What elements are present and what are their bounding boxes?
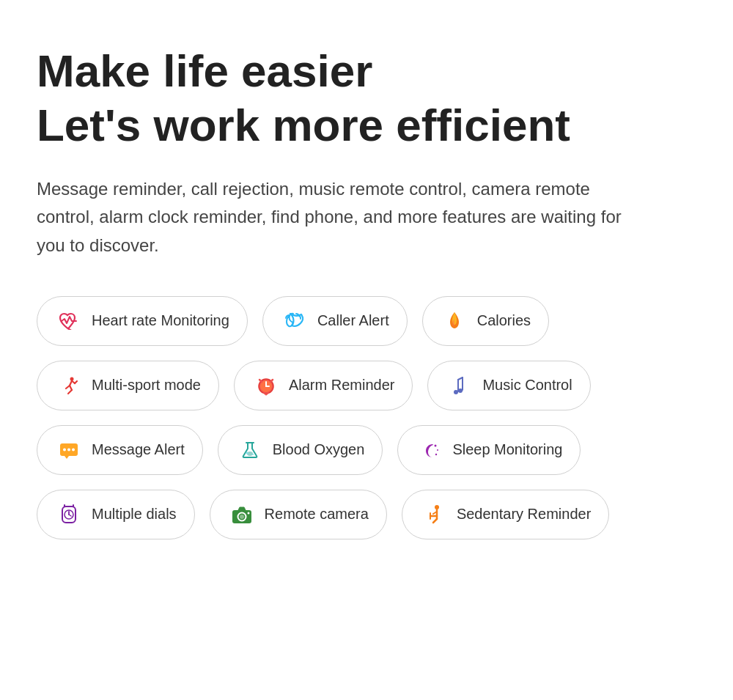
multi-sport-label: Multi-sport mode (92, 377, 201, 394)
sport-icon (55, 372, 83, 399)
feature-multiple-dials: Multiple dials (37, 490, 195, 539)
title-line1: Make life easier (37, 45, 372, 96)
sedentary-icon (420, 501, 448, 528)
blood-oxygen-label: Blood Oxygen (273, 441, 365, 458)
svg-line-26 (69, 515, 71, 516)
title-line2: Let's work more efficient (37, 100, 570, 150)
svg-point-21 (437, 449, 438, 451)
feature-sleep-monitoring: Sleep Monitoring (397, 425, 581, 475)
page-subtitle: Message reminder, call rejection, music … (37, 175, 638, 259)
sleep-icon (416, 436, 443, 464)
features-row-1: Heart rate Monitoring Caller Alert (37, 296, 696, 346)
feature-blood-oxygen: Blood Oxygen (218, 425, 383, 475)
heart-rate-icon (55, 307, 83, 335)
features-row-2: Multi-sport mode Alarm Reminder (37, 361, 696, 410)
music-control-label: Music Control (482, 377, 572, 394)
svg-point-20 (435, 444, 437, 446)
feature-message-alert: Message Alert (37, 425, 203, 475)
message-alert-label: Message Alert (92, 441, 185, 458)
svg-line-4 (68, 390, 72, 394)
feature-alarm-reminder: Alarm Reminder (234, 361, 413, 410)
svg-point-16 (72, 448, 75, 451)
svg-point-12 (458, 388, 463, 393)
message-icon (55, 436, 83, 464)
feature-remote-camera: Remote camera (210, 490, 387, 539)
caller-icon (281, 307, 309, 335)
svg-point-22 (435, 454, 437, 455)
music-icon (446, 372, 474, 399)
features-row-4: Multiple dials Remote camera (37, 490, 696, 539)
calories-icon (441, 307, 468, 335)
remote-camera-label: Remote camera (265, 506, 369, 523)
feature-multi-sport: Multi-sport mode (37, 361, 219, 410)
feature-caller-alert: Caller Alert (262, 296, 408, 346)
svg-point-17 (247, 452, 253, 456)
multiple-dials-label: Multiple dials (92, 506, 177, 523)
svg-point-11 (454, 390, 458, 394)
feature-heart-rate: Heart rate Monitoring (37, 296, 248, 346)
sedentary-reminder-label: Sedentary Reminder (457, 506, 591, 523)
caller-alert-label: Caller Alert (317, 312, 389, 329)
svg-point-32 (247, 512, 249, 514)
camera-icon (228, 501, 256, 528)
features-grid: Heart rate Monitoring Caller Alert (37, 296, 696, 539)
alarm-reminder-label: Alarm Reminder (289, 377, 394, 394)
feature-calories: Calories (422, 296, 549, 346)
blood-oxygen-icon (236, 436, 264, 464)
sleep-monitoring-label: Sleep Monitoring (452, 441, 562, 458)
svg-line-6 (75, 381, 77, 383)
svg-point-19 (252, 454, 254, 455)
svg-point-31 (240, 515, 244, 519)
feature-sedentary-reminder: Sedentary Reminder (402, 490, 609, 539)
page-title: Make life easier Let's work more efficie… (37, 44, 696, 153)
calories-label: Calories (477, 312, 531, 329)
dials-icon (55, 501, 83, 528)
heart-rate-label: Heart rate Monitoring (92, 312, 229, 329)
feature-music-control: Music Control (427, 361, 590, 410)
svg-point-14 (63, 448, 66, 451)
svg-point-18 (246, 452, 248, 454)
svg-point-15 (67, 448, 70, 451)
alarm-icon (252, 372, 280, 399)
features-row-3: Message Alert Blood Oxygen (37, 425, 696, 475)
